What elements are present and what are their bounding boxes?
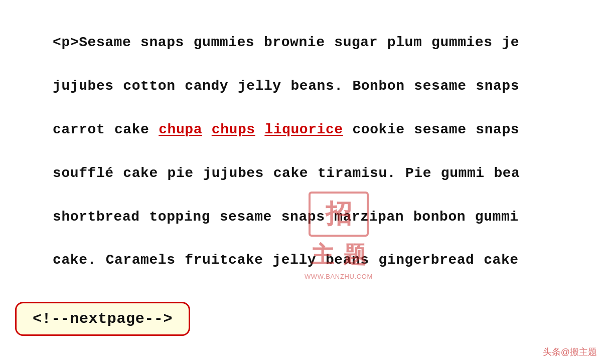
paragraph1-line5: shortbread topping sesame snaps marzipan…	[53, 209, 519, 225]
paragraph1-line6: cake. Caramels fruitcake jelly beans gin…	[53, 252, 519, 268]
link-chupa-1[interactable]: chupa	[159, 122, 202, 137]
paragraph1-space1	[202, 122, 212, 137]
nextpage-label: <!--nextpage-->	[33, 310, 173, 327]
nextpage-box: <!--nextpage-->	[15, 302, 190, 336]
paragraph1-line4: soufflé cake pie jujubes cake tiramisu. …	[53, 165, 520, 181]
paragraph1-line2: jujubes cotton candy jelly beans. Bonbon…	[53, 78, 519, 94]
page-container: <p>Sesame snaps gummies brownie sugar pl…	[0, 0, 602, 364]
paragraph1-line1: <p>Sesame snaps gummies brownie sugar pl…	[53, 35, 519, 50]
link-liquorice-1[interactable]: liquorice	[264, 122, 343, 137]
paragraph1-line3-post: cookie sesame snaps	[343, 122, 519, 137]
paragraph1-space2	[255, 122, 265, 137]
link-chups-1[interactable]: chups	[212, 122, 255, 137]
text-content-block-2: <p>Marshmallow cheesecake jelly beans gi…	[15, 345, 587, 364]
text-content-block: <p>Sesame snaps gummies brownie sugar pl…	[15, 10, 587, 293]
paragraph1-line3-pre: carrot cake	[53, 122, 159, 137]
